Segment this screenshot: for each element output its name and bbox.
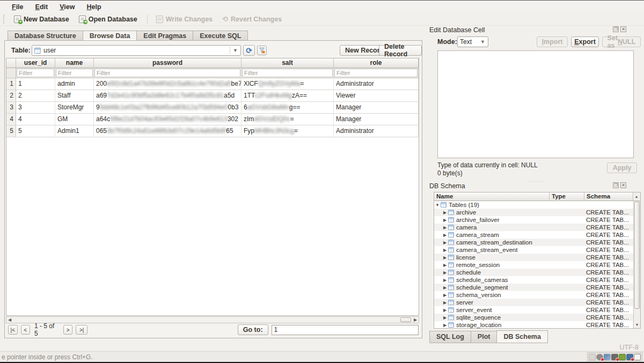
- schema-table-row[interactable]: ▶ sqlite_sequence CREATE TAB...: [434, 314, 634, 321]
- row-number[interactable]: 5: [6, 125, 16, 137]
- chevron-right-icon[interactable]: ▶: [442, 270, 448, 275]
- chevron-right-icon[interactable]: ▶: [442, 233, 448, 238]
- chevron-right-icon[interactable]: ▶: [442, 240, 448, 245]
- menu-edit[interactable]: Edit: [30, 2, 54, 12]
- chevron-right-icon[interactable]: ▶: [442, 285, 448, 290]
- close-panel-icon[interactable]: ✕: [620, 182, 626, 188]
- scroll-left-icon[interactable]: ◀: [6, 317, 13, 323]
- scrollbar-thumb[interactable]: [400, 317, 411, 322]
- column-header-user-id[interactable]: user_id: [16, 58, 55, 68]
- chevron-right-icon[interactable]: ▶: [442, 323, 448, 328]
- toolbar-drag-handle[interactable]: [3, 15, 6, 24]
- menu-view[interactable]: View: [54, 2, 80, 12]
- tree-vertical-scrollbar[interactable]: ▼: [633, 201, 640, 328]
- schema-table-row[interactable]: ▶ camera CREATE TAB...: [434, 224, 634, 231]
- cell-role[interactable]: Manager: [334, 102, 419, 114]
- cell-name[interactable]: GM: [55, 114, 94, 125]
- chevron-right-icon[interactable]: ▶: [442, 278, 448, 283]
- export-button[interactable]: Export: [571, 36, 599, 47]
- cell-salt[interactable]: 6aGVsbG8wMng==: [241, 102, 334, 114]
- column-header-password[interactable]: password: [94, 58, 241, 68]
- tab-db-schema[interactable]: DB Schema: [496, 330, 547, 343]
- network-icon[interactable]: [626, 354, 633, 360]
- row-number[interactable]: 4: [6, 114, 16, 125]
- chevron-right-icon[interactable]: ▶: [442, 293, 448, 298]
- new-database-button[interactable]: + New Database: [11, 14, 74, 24]
- filter-input-name[interactable]: [56, 69, 93, 77]
- tab-execute-sql[interactable]: Execute SQL: [193, 31, 248, 41]
- chevron-right-icon[interactable]: ▶: [442, 255, 448, 260]
- open-database-button[interactable]: ➜ Open Database: [76, 14, 142, 24]
- float-panel-icon[interactable]: ❐: [613, 26, 619, 32]
- delete-record-button[interactable]: Delete Record: [379, 45, 422, 56]
- table-row[interactable]: 1 1 admin 200e5f2c8d1a47b39e6f0d2c5a8b1c…: [6, 78, 419, 90]
- float-panel-icon[interactable]: ❐: [613, 182, 619, 188]
- refresh-button[interactable]: ⟳: [243, 45, 255, 56]
- grid-corner[interactable]: [6, 58, 16, 68]
- last-page-button[interactable]: >|: [76, 325, 87, 335]
- cell-salt[interactable]: zImdGVzdDQ0c=: [241, 114, 334, 125]
- tab-database-structure[interactable]: Database Structure: [8, 31, 83, 41]
- scroll-up-icon[interactable]: ▲: [633, 192, 640, 201]
- first-page-button[interactable]: |<: [8, 325, 18, 335]
- schema-table-row[interactable]: ▶ archive_failover CREATE TAB...: [434, 216, 634, 224]
- chevron-right-icon[interactable]: ▶: [442, 308, 448, 313]
- schema-table-row[interactable]: ▶ schedule_segment CREATE TAB...: [434, 284, 634, 291]
- grid-horizontal-scrollbar[interactable]: ◀ ▶: [6, 316, 419, 323]
- cell-name[interactable]: StoreMgr: [55, 102, 94, 114]
- clear-filters-button[interactable]: [257, 46, 267, 55]
- tab-browse-data[interactable]: Browse Data: [83, 31, 137, 41]
- row-number[interactable]: 2: [6, 90, 16, 102]
- chevron-right-icon[interactable]: ▶: [442, 263, 448, 268]
- chevron-right-icon[interactable]: ▶: [442, 218, 448, 223]
- chevron-right-icon[interactable]: ▶: [442, 225, 448, 230]
- table-row[interactable]: 4 4 GM a64c5f8e21d7b04ac93e65d1f28a07c4b…: [6, 114, 419, 125]
- close-panel-icon[interactable]: ✕: [620, 26, 626, 32]
- scrollbar-thumb[interactable]: [634, 202, 640, 309]
- table-row[interactable]: 2 2 Staff a697d2e41c90bf5a3d8e62c17b4f0a…: [6, 90, 419, 102]
- prev-page-button[interactable]: <: [21, 325, 31, 335]
- chevron-right-icon[interactable]: ▶: [442, 300, 448, 305]
- cell-password[interactable]: 200e5f2c8d1a47b39e6f0d2c5a8b1c4e790d2a5b…: [94, 78, 241, 90]
- tree-column-schema[interactable]: Schema: [584, 192, 633, 201]
- filter-input-user-id[interactable]: [17, 69, 54, 77]
- tree-column-type[interactable]: Type: [550, 192, 584, 201]
- cell-user-id[interactable]: 1: [16, 78, 55, 90]
- filter-input-salt[interactable]: [242, 69, 333, 77]
- column-header-name[interactable]: name: [55, 58, 94, 68]
- table-combobox[interactable]: user ▼: [32, 45, 241, 56]
- cell-role[interactable]: Viewer: [334, 90, 419, 102]
- cell-user-id[interactable]: 2: [16, 90, 55, 102]
- schema-table-row[interactable]: ▶ server CREATE TAB...: [434, 299, 634, 306]
- tab-plot[interactable]: Plot: [471, 331, 497, 343]
- table-row[interactable]: 5 5 Admin1 0653b7f0d9c24a51e86fb3d07c29e…: [6, 125, 419, 137]
- schema-table-row[interactable]: ▶ license CREATE TAB...: [434, 254, 634, 261]
- cell-role[interactable]: Administrator: [334, 125, 419, 137]
- next-page-button[interactable]: >: [63, 325, 73, 335]
- filter-input-role[interactable]: [334, 69, 418, 77]
- cell-editor-textarea[interactable]: [437, 50, 634, 158]
- row-number[interactable]: 3: [6, 102, 16, 114]
- cell-name[interactable]: Admin1: [55, 125, 94, 137]
- scroll-right-icon[interactable]: ▶: [412, 317, 419, 323]
- cell-salt[interactable]: 1TTc2FsdHkxMgzA==: [241, 90, 334, 102]
- schema-table-row[interactable]: ▶ storage_location CREATE TAB...: [434, 321, 634, 329]
- sync-icon[interactable]: [596, 354, 603, 360]
- schema-table-row[interactable]: ▶ server_event CREATE TAB...: [434, 306, 634, 314]
- goto-input[interactable]: [272, 325, 419, 335]
- menu-file[interactable]: File: [6, 2, 29, 12]
- clipboard-icon[interactable]: [634, 354, 641, 360]
- schema-table-row[interactable]: ▶ camera_stream CREATE TAB...: [434, 231, 634, 239]
- cell-password[interactable]: a64c5f8e21d7b04ac93e65d1f28a07c4b9e61330…: [94, 114, 241, 125]
- tab-sql-log[interactable]: SQL Log: [429, 331, 471, 343]
- schema-table-row[interactable]: ▶ schema_version CREATE TAB...: [434, 291, 634, 299]
- chevron-right-icon[interactable]: ▶: [442, 248, 448, 253]
- cell-role[interactable]: Manager: [334, 114, 419, 125]
- cell-salt[interactable]: FypMHBhc3N3cg=: [241, 125, 334, 137]
- schema-table-row[interactable]: ▶ remote_session CREATE TAB...: [434, 261, 634, 269]
- cell-user-id[interactable]: 3: [16, 102, 55, 114]
- filter-input-password[interactable]: [94, 69, 240, 77]
- tab-edit-pragmas[interactable]: Edit Pragmas: [136, 31, 193, 41]
- row-number[interactable]: 1: [6, 78, 16, 90]
- column-header-salt[interactable]: salt: [241, 58, 334, 68]
